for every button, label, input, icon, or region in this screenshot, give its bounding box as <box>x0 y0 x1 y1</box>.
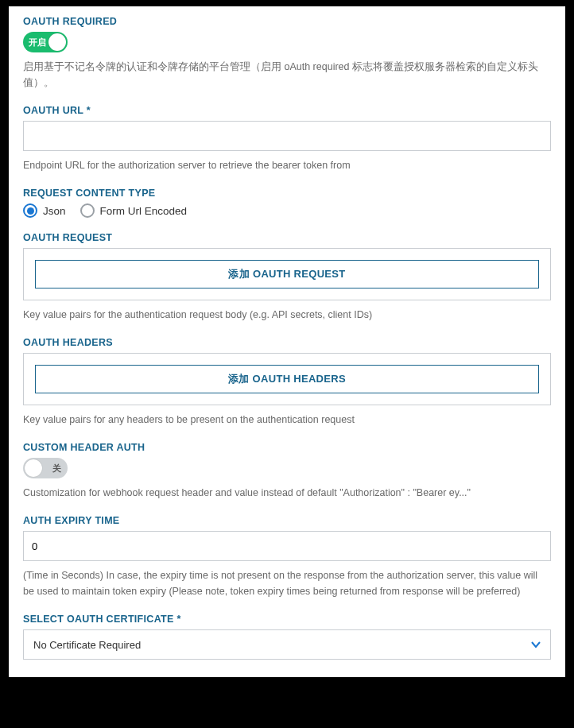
oauth-url-desc: Endpoint URL for the authorization serve… <box>23 157 551 173</box>
oauth-required-toggle[interactable]: 开启 <box>23 32 68 52</box>
custom-header-desc: Customization for webhook request header… <box>23 485 551 501</box>
oauth-request-desc: Key value pairs for the authentication r… <box>23 307 551 323</box>
oauth-required-label: OAUTH REQUIRED <box>23 16 551 27</box>
add-oauth-headers-button[interactable]: 添加 OAUTH HEADERS <box>35 365 539 393</box>
radio-form-url-encoded[interactable]: Form Url Encoded <box>80 203 188 218</box>
radio-circle-icon <box>80 203 95 218</box>
select-cert-value: No Certificate Required <box>33 639 141 651</box>
oauth-request-box: 添加 OAUTH REQUEST <box>23 248 551 300</box>
toggle-knob <box>48 33 66 51</box>
content-type-radios: Json Form Url Encoded <box>23 203 551 218</box>
select-cert-label: SELECT OAUTH CERTIFICATE * <box>23 614 551 625</box>
oauth-headers-label: OAUTH HEADERS <box>23 337 551 348</box>
radio-circle-icon <box>23 203 37 218</box>
oauth-headers-box: 添加 OAUTH HEADERS <box>23 353 551 405</box>
oauth-url-label: OAUTH URL * <box>23 105 551 116</box>
select-cert-dropdown[interactable]: No Certificate Required <box>23 629 551 660</box>
toggle-on-text: 开启 <box>29 37 46 48</box>
auth-expiry-desc: (Time in Seconds) In case, the expiry ti… <box>23 567 551 599</box>
oauth-settings-panel: OAUTH REQUIRED 开启 启用基于不记名令牌的认证和令牌存储的平台管理… <box>9 6 565 677</box>
auth-expiry-label: AUTH EXPIRY TIME <box>23 515 551 526</box>
add-oauth-request-button[interactable]: 添加 OAUTH REQUEST <box>35 260 539 288</box>
toggle-off-text: 关 <box>52 463 61 474</box>
oauth-url-input[interactable] <box>23 121 551 151</box>
content-type-label: REQUEST CONTENT TYPE <box>23 188 551 199</box>
custom-header-label: CUSTOM HEADER AUTH <box>23 442 551 453</box>
oauth-required-desc: 启用基于不记名令牌的认证和令牌存储的平台管理（启用 oAuth required… <box>23 59 551 91</box>
radio-form-label: Form Url Encoded <box>100 205 188 217</box>
oauth-request-label: OAUTH REQUEST <box>23 232 551 243</box>
radio-json-label: Json <box>43 205 66 217</box>
custom-header-toggle[interactable]: 关 <box>23 458 68 478</box>
radio-json[interactable]: Json <box>23 203 66 218</box>
chevron-down-icon <box>531 640 541 649</box>
toggle-knob <box>25 459 42 477</box>
auth-expiry-input[interactable] <box>23 531 551 561</box>
oauth-headers-desc: Key value pairs for any headers to be pr… <box>23 412 551 428</box>
